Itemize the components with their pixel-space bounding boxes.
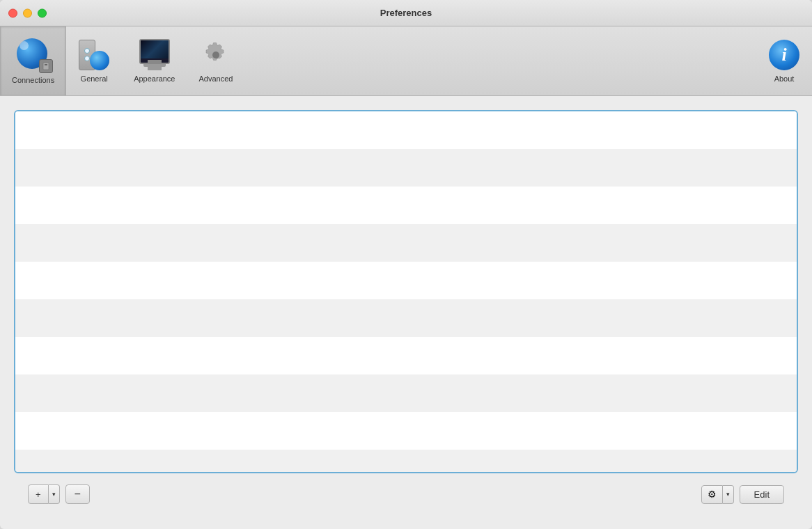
- action-gear-button[interactable]: ⚙: [701, 485, 723, 504]
- list-row: [15, 412, 797, 450]
- add-arrow-icon: ▾: [52, 491, 56, 498]
- add-button[interactable]: +: [28, 484, 49, 504]
- list-row: [15, 450, 797, 473]
- content-area: + ▾ − ⚙ ▾: [0, 96, 812, 529]
- list-row: [15, 337, 797, 374]
- left-buttons: + ▾ −: [28, 484, 90, 504]
- switch-dot-1: [84, 48, 90, 54]
- toolbar-spacer: [244, 26, 756, 95]
- list-row: [15, 187, 797, 224]
- about-icon: i: [769, 40, 799, 70]
- preferences-window: Preferences Connections: [0, 0, 812, 529]
- appearance-icon: [139, 39, 170, 64]
- title-bar: Preferences: [0, 0, 812, 26]
- add-icon: +: [36, 489, 41, 500]
- list-row: [15, 111, 797, 149]
- list-row: [15, 149, 797, 187]
- bottom-toolbar: + ▾ − ⚙ ▾: [14, 484, 798, 515]
- connections-label: Connections: [12, 76, 54, 84]
- right-buttons: ⚙ ▾ Edit: [701, 485, 784, 504]
- add-button-group: + ▾: [28, 484, 60, 504]
- connections-list[interactable]: [14, 110, 798, 473]
- general-icon: [79, 40, 109, 70]
- gear-icon: [201, 40, 231, 70]
- toolbar: Connections General Appearance: [0, 26, 812, 96]
- connections-icon: [17, 38, 50, 72]
- list-row: [15, 224, 797, 262]
- tab-connections[interactable]: Connections: [0, 26, 66, 95]
- tab-appearance[interactable]: Appearance: [122, 26, 187, 95]
- appearance-label: Appearance: [134, 74, 175, 83]
- remove-button[interactable]: −: [65, 484, 90, 504]
- minimize-button[interactable]: [23, 8, 32, 17]
- svg-point-2: [212, 52, 219, 58]
- window-title: Preferences: [380, 8, 432, 18]
- appearance-icon-container: [139, 39, 170, 70]
- edit-button[interactable]: Edit: [740, 485, 784, 504]
- list-row: [15, 262, 797, 299]
- globe2-icon: [90, 51, 109, 70]
- gear-dropdown-button[interactable]: ▾: [723, 485, 734, 504]
- window-controls: [8, 8, 47, 17]
- action-gear-icon: ⚙: [708, 489, 717, 500]
- tab-general[interactable]: General: [66, 26, 122, 95]
- list-row: [15, 299, 797, 337]
- svg-rect-0: [43, 63, 49, 70]
- list-row: [15, 374, 797, 412]
- usb-icon: [39, 59, 53, 73]
- monitor-screen: [141, 40, 169, 58]
- maximize-button[interactable]: [38, 8, 47, 17]
- advanced-label: Advanced: [198, 74, 233, 83]
- about-label: About: [774, 74, 795, 83]
- switch-dot-2: [84, 56, 90, 61]
- add-dropdown-button[interactable]: ▾: [49, 484, 60, 504]
- gear-button-group: ⚙ ▾: [701, 485, 734, 504]
- tab-advanced[interactable]: Advanced: [187, 26, 244, 95]
- monitor-stand-bottom: [148, 67, 162, 70]
- gear-arrow-icon: ▾: [726, 491, 730, 498]
- remove-icon: −: [75, 488, 81, 500]
- svg-rect-1: [45, 64, 47, 65]
- tab-about[interactable]: i About: [756, 26, 812, 95]
- close-button[interactable]: [8, 8, 17, 17]
- general-label: General: [81, 74, 108, 83]
